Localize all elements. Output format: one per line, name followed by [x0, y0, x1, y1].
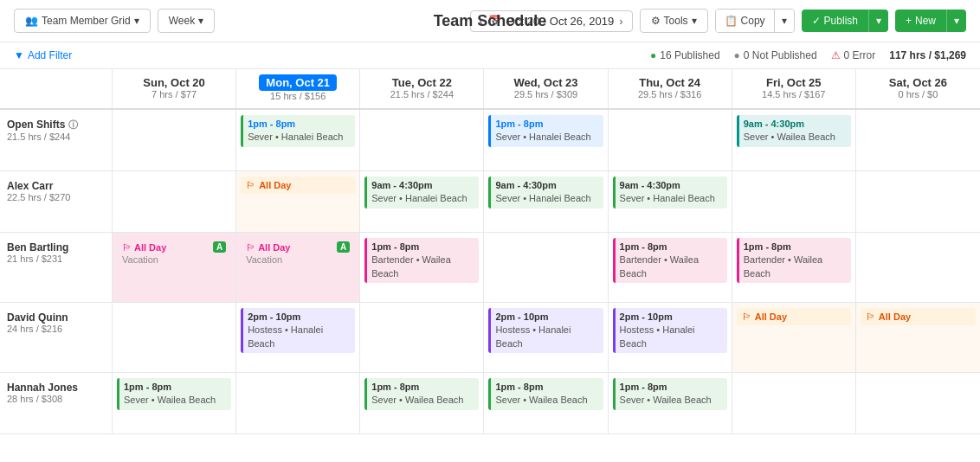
allday-label: All Day: [755, 311, 787, 322]
vacation-label: All Day: [134, 242, 166, 253]
row-name: Alex Carr: [7, 180, 105, 192]
total-hours-stat: 117 hrs / $1,269: [889, 49, 966, 61]
shift-block[interactable]: 1pm - 8pm Sever • Wailea Beach: [613, 378, 727, 410]
cell-hannah-thu[interactable]: 1pm - 8pm Sever • Wailea Beach: [609, 373, 732, 433]
filter-icon: ▼: [14, 49, 24, 61]
shift-block[interactable]: 1pm - 8pm Bartender • Wailea Beach: [737, 238, 851, 283]
cell-alex-tue[interactable]: 9am - 4:30pm Sever • Hanalei Beach: [360, 171, 484, 232]
copy-main-button[interactable]: 📋 Copy: [716, 10, 775, 32]
cell-ben-fri[interactable]: 1pm - 8pm Bartender • Wailea Beach: [732, 233, 856, 302]
day-name-2: Tue, Oct 22: [365, 76, 478, 89]
vacation-icon: 🏳: [122, 242, 132, 253]
copy-icon: 📋: [725, 15, 738, 27]
cell-hannah-wed[interactable]: 1pm - 8pm Sever • Wailea Beach: [484, 373, 608, 433]
day-hours-6: 0 hrs / $0: [861, 89, 975, 99]
cell-alex-thu[interactable]: 9am - 4:30pm Sever • Hanalei Beach: [609, 171, 732, 232]
shift-loc: Bartender • Wailea Beach: [744, 253, 847, 280]
row-sublabel: 21.5 hrs / $244: [7, 132, 105, 142]
shift-loc: Hostess • Hanalei Beach: [248, 324, 351, 350]
badge-a: A: [213, 241, 226, 253]
row-open-shifts: Open Shifts ⓘ 21.5 hrs / $244 1pm - 8pm …: [0, 110, 980, 171]
cell-david-mon[interactable]: 2pm - 10pm Hostess • Hanalei Beach: [236, 303, 360, 372]
cell-david-wed[interactable]: 2pm - 10pm Hostess • Hanalei Beach: [484, 303, 608, 372]
shift-block[interactable]: 2pm - 10pm Hostess • Hanalei Beach: [241, 308, 355, 353]
cell-ben-mon[interactable]: 🏳 All Day A Vacation: [236, 233, 360, 302]
cell-ben-tue[interactable]: 1pm - 8pm Bartender • Wailea Beach: [360, 233, 484, 302]
shift-time: 2pm - 10pm: [620, 311, 723, 324]
vacation-label: All Day: [258, 242, 290, 253]
shift-block[interactable]: 1pm - 8pm Sever • Hanalei Beach: [488, 115, 603, 147]
shift-block[interactable]: 1pm - 8pm Bartender • Wailea Beach: [364, 238, 479, 283]
allday-icon: 🏳: [742, 311, 751, 322]
shift-block[interactable]: 2pm - 10pm Hostess • Hanalei Beach: [613, 308, 727, 353]
new-caret-button[interactable]: ▾: [947, 10, 966, 32]
shift-time: 1pm - 8pm: [620, 381, 723, 394]
cell-hannah-tue[interactable]: 1pm - 8pm Sever • Wailea Beach: [360, 373, 484, 433]
row-label-david: David Quinn 24 hrs / $216: [0, 303, 113, 372]
week-view-button[interactable]: Week ▾: [158, 9, 215, 33]
shift-block[interactable]: 1pm - 8pm Sever • Wailea Beach: [488, 378, 603, 410]
shift-block[interactable]: 1pm - 8pm Sever • Hanalei Beach: [241, 115, 355, 147]
vacation-sub: Vacation: [122, 254, 226, 265]
cell-david-sun: [113, 303, 236, 372]
shift-loc: Sever • Wailea Beach: [620, 394, 723, 407]
publish-main-button[interactable]: ✓ Publish: [802, 10, 869, 32]
cell-alex-mon[interactable]: 🏳 All Day: [236, 171, 360, 232]
allday-block[interactable]: 🏳 All Day: [861, 308, 976, 325]
tools-button[interactable]: ⚙ Tools ▾: [640, 9, 708, 33]
cell-ben-thu[interactable]: 1pm - 8pm Bartender • Wailea Beach: [609, 233, 732, 302]
plus-icon: +: [906, 15, 912, 27]
cell-alex-sat: [856, 171, 980, 232]
shift-block[interactable]: 1pm - 8pm Bartender • Wailea Beach: [613, 238, 727, 283]
published-icon: ●: [650, 49, 656, 61]
row-name: David Quinn: [7, 311, 105, 324]
cell-ben-sun[interactable]: 🏳 All Day A Vacation: [113, 233, 236, 302]
chevron-down-icon: ▾: [692, 15, 697, 27]
cell-open-fri[interactable]: 9am - 4:30pm Sever • Wailea Beach: [732, 110, 856, 170]
row-label-alex: Alex Carr 22.5 hrs / $270: [0, 171, 113, 232]
header-day-6: Sat, Oct 26 0 hrs / $0: [856, 69, 980, 108]
shift-loc: Bartender • Wailea Beach: [620, 253, 723, 280]
cell-open-wed[interactable]: 1pm - 8pm Sever • Hanalei Beach: [484, 110, 608, 170]
error-icon: ⚠: [831, 49, 841, 61]
stats-bar: ● 16 Published ● 0 Not Published ⚠ 0 Err…: [650, 49, 966, 61]
shift-block[interactable]: 9am - 4:30pm Sever • Hanalei Beach: [613, 176, 727, 209]
row-name: Ben Bartling: [7, 241, 105, 253]
day-name-3: Wed, Oct 23: [489, 76, 602, 89]
shift-block[interactable]: 1pm - 8pm Sever • Wailea Beach: [364, 378, 479, 410]
shift-block[interactable]: 9am - 4:30pm Sever • Hanalei Beach: [364, 176, 479, 209]
copy-caret-button[interactable]: ▾: [775, 10, 794, 32]
row-name: Hannah Jones: [7, 382, 105, 394]
cell-alex-wed[interactable]: 9am - 4:30pm Sever • Hanalei Beach: [484, 171, 608, 232]
header-empty: [0, 69, 113, 108]
allday-block[interactable]: 🏳 All Day: [241, 176, 355, 194]
cell-open-mon[interactable]: 1pm - 8pm Sever • Hanalei Beach: [236, 110, 360, 170]
vacation-block[interactable]: 🏳 All Day A Vacation: [241, 238, 355, 268]
cell-david-sat[interactable]: 🏳 All Day: [856, 303, 980, 372]
shift-block[interactable]: 2pm - 10pm Hostess • Hanalei Beach: [488, 308, 603, 353]
allday-block[interactable]: 🏳 All Day: [737, 308, 851, 325]
add-filter-button[interactable]: ▼ Add Filter: [14, 49, 72, 61]
team-member-grid-button[interactable]: 👥 Team Member Grid ▾: [14, 9, 151, 33]
published-stat: ● 16 Published: [650, 49, 720, 61]
shift-block[interactable]: 9am - 4:30pm Sever • Hanalei Beach: [488, 176, 603, 209]
new-main-button[interactable]: + New: [895, 10, 947, 32]
next-week-button[interactable]: ›: [619, 15, 622, 28]
shift-loc: Sever • Wailea Beach: [371, 394, 474, 407]
shift-block[interactable]: 1pm - 8pm Sever • Wailea Beach: [117, 378, 231, 410]
cell-alex-sun: [113, 171, 236, 232]
allday-icon: 🏳: [246, 180, 255, 190]
shift-loc: Sever • Wailea Beach: [124, 394, 227, 407]
allday-label: All Day: [879, 311, 911, 322]
cell-david-thu[interactable]: 2pm - 10pm Hostess • Hanalei Beach: [609, 303, 732, 372]
day-name-1: Mon, Oct 21: [242, 76, 354, 89]
cell-david-fri[interactable]: 🏳 All Day: [732, 303, 856, 372]
publish-caret-button[interactable]: ▾: [869, 10, 888, 32]
shift-block[interactable]: 9am - 4:30pm Sever • Wailea Beach: [737, 115, 851, 147]
day-hours-5: 14.5 hrs / $167: [738, 89, 850, 99]
shift-loc: Bartender • Wailea Beach: [371, 253, 474, 280]
cell-hannah-sun[interactable]: 1pm - 8pm Sever • Wailea Beach: [113, 373, 236, 433]
gear-icon: ⚙: [651, 15, 661, 27]
check-icon: ✓: [812, 15, 821, 27]
vacation-block[interactable]: 🏳 All Day A Vacation: [117, 238, 231, 268]
